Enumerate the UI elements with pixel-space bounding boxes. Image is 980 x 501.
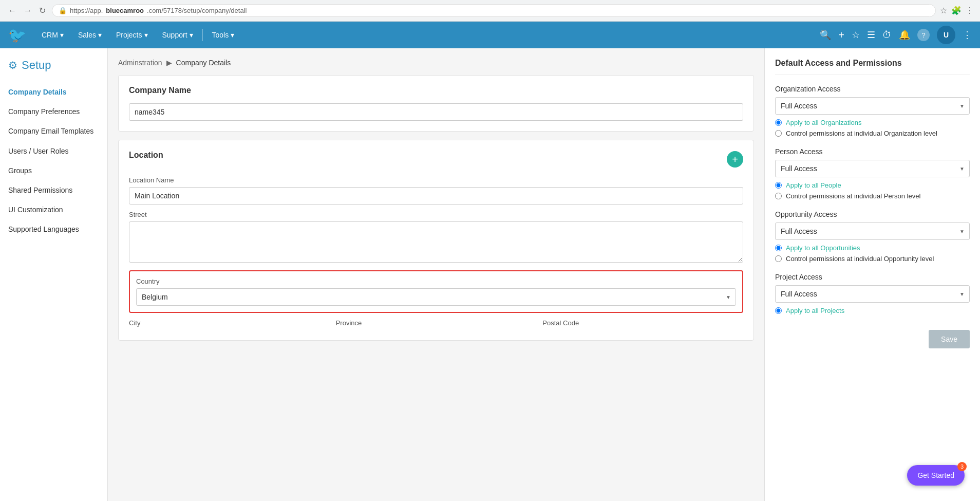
opportunity-radio-individual[interactable]: Control permissions at individual Opport… [775, 255, 970, 263]
sidebar: ⚙ Setup Company Details Company Preferen… [0, 48, 108, 501]
street-input[interactable] [129, 221, 743, 263]
organization-access-select[interactable]: Full Access Read Only No Access [775, 97, 970, 115]
bookmark-icon[interactable]: ☆ [940, 6, 947, 15]
location-name-input[interactable] [129, 187, 743, 205]
get-started-badge: 3 [957, 462, 967, 471]
person-radio-all[interactable]: Apply to all People [775, 181, 970, 189]
address-bar[interactable]: 🔒 https://app.bluecamroo.com/57178/setup… [52, 4, 936, 17]
org-radio-individual-input[interactable] [775, 130, 782, 137]
tools-chevron: ▾ [231, 31, 234, 39]
back-button[interactable]: ← [6, 5, 18, 16]
person-access-section: Person Access Full Access Read Only No A… [775, 147, 970, 200]
save-button[interactable]: Save [929, 330, 970, 348]
sidebar-item-groups[interactable]: Groups [0, 161, 107, 180]
search-icon[interactable]: 🔍 [820, 29, 831, 41]
opportunity-access-section: Opportunity Access Full Access Read Only… [775, 210, 970, 263]
sales-chevron: ▾ [98, 31, 102, 39]
nav-actions: 🔍 + ☆ ☰ ⏱ 🔔 ? U ⋮ [820, 26, 972, 44]
sidebar-item-company-details[interactable]: Company Details [0, 82, 107, 102]
nav-more-icon[interactable]: ⋮ [963, 29, 972, 41]
project-radio-all-label: Apply to all Projects [786, 307, 844, 314]
nav-item-projects[interactable]: Projects ▾ [109, 22, 155, 48]
country-select-wrapper: Belgium France Germany United Kingdom Un… [136, 288, 736, 306]
help-icon[interactable]: ? [917, 29, 930, 41]
person-radio-individual-input[interactable] [775, 193, 782, 199]
sidebar-item-company-preferences[interactable]: Company Preferences [0, 102, 107, 121]
organization-radio-group: Apply to all Organizations Control permi… [775, 119, 970, 137]
project-radio-all-input[interactable] [775, 307, 782, 314]
avatar[interactable]: U [937, 26, 955, 44]
bell-icon[interactable]: 🔔 [899, 29, 910, 41]
person-access-select[interactable]: Full Access Read Only No Access [775, 160, 970, 177]
browser-bar: ← → ↻ 🔒 https://app.bluecamroo.com/57178… [0, 0, 980, 22]
city-province-postal-row: City Province Postal Code [129, 319, 743, 330]
setup-title: ⚙ Setup [0, 59, 107, 82]
timer-icon[interactable]: ⏱ [882, 30, 892, 41]
star-icon[interactable]: ☆ [852, 29, 860, 41]
nav-item-sales[interactable]: Sales ▾ [71, 22, 109, 48]
org-radio-individual[interactable]: Control permissions at individual Organi… [775, 129, 970, 137]
crm-label: CRM [42, 31, 58, 39]
url-prefix: https://app. [70, 7, 103, 14]
company-name-input[interactable] [129, 103, 743, 121]
project-access-label: Project Access [775, 273, 970, 281]
person-radio-all-label: Apply to all People [786, 181, 841, 189]
list-icon[interactable]: ☰ [867, 29, 875, 41]
country-select[interactable]: Belgium France Germany United Kingdom Un… [136, 288, 736, 306]
sidebar-item-company-email-templates[interactable]: Company Email Templates [0, 121, 107, 141]
get-started-button[interactable]: Get Started 3 [907, 465, 965, 486]
projects-chevron: ▾ [144, 31, 148, 39]
add-location-button[interactable]: + [727, 151, 743, 168]
project-radio-all[interactable]: Apply to all Projects [775, 307, 970, 314]
country-label: Country [136, 277, 736, 285]
opportunity-access-select[interactable]: Full Access Read Only No Access [775, 222, 970, 240]
organization-access-label: Organization Access [775, 85, 970, 93]
opportunity-radio-all-input[interactable] [775, 245, 782, 251]
refresh-button[interactable]: ↻ [37, 5, 48, 16]
crm-chevron: ▾ [60, 31, 64, 39]
breadcrumb-separator: ▶ [166, 59, 172, 67]
org-radio-all-input[interactable] [775, 119, 782, 126]
opportunity-radio-all[interactable]: Apply to all Opportunities [775, 244, 970, 252]
person-radio-individual[interactable]: Control permissions at individual Person… [775, 192, 970, 200]
nav-logo[interactable]: 🐦 [8, 27, 26, 44]
company-name-card: Company Name [118, 75, 754, 132]
person-radio-group: Apply to all People Control permissions … [775, 181, 970, 200]
org-radio-individual-label: Control permissions at individual Organi… [786, 129, 937, 137]
org-radio-all[interactable]: Apply to all Organizations [775, 119, 970, 126]
opportunity-radio-individual-input[interactable] [775, 255, 782, 262]
location-name-field: Location Name [129, 176, 743, 205]
sidebar-item-shared-permissions[interactable]: Shared Permissions [0, 180, 107, 200]
sales-label: Sales [78, 31, 96, 39]
person-access-label: Person Access [775, 147, 970, 156]
url-bold: bluecamroo [106, 7, 144, 14]
street-field: Street [129, 211, 743, 264]
project-access-select-wrapper: Full Access Read Only No Access [775, 285, 970, 303]
extensions-icon[interactable]: 🧩 [951, 6, 962, 15]
location-name-label: Location Name [129, 176, 743, 184]
company-name-title: Company Name [129, 86, 743, 95]
nav-item-tools[interactable]: Tools ▾ [205, 22, 242, 48]
sidebar-item-ui-customization[interactable]: UI Customization [0, 200, 107, 219]
sidebar-item-supported-languages[interactable]: Supported Languages [0, 219, 107, 239]
project-access-section: Project Access Full Access Read Only No … [775, 273, 970, 314]
panel-title: Default Access and Permissions [775, 59, 970, 75]
nav-item-support[interactable]: Support ▾ [155, 22, 200, 48]
person-radio-all-input[interactable] [775, 182, 782, 189]
get-started-label: Get Started [917, 471, 954, 479]
setup-gear-icon: ⚙ [8, 59, 17, 71]
org-radio-all-label: Apply to all Organizations [786, 119, 861, 126]
province-label: Province [336, 319, 537, 327]
breadcrumb-admin[interactable]: Adminstration [118, 59, 162, 67]
forward-button[interactable]: → [22, 5, 34, 16]
lock-icon: 🔒 [59, 7, 67, 14]
project-access-select[interactable]: Full Access Read Only No Access [775, 285, 970, 303]
location-header: Location + [129, 151, 743, 168]
opportunity-access-select-wrapper: Full Access Read Only No Access [775, 222, 970, 240]
organization-access-section: Organization Access Full Access Read Onl… [775, 85, 970, 137]
nav-item-crm[interactable]: CRM ▾ [34, 22, 71, 48]
sidebar-item-users-user-roles[interactable]: Users / User Roles [0, 141, 107, 161]
browser-menu-icon[interactable]: ⋮ [966, 6, 974, 15]
add-icon[interactable]: + [838, 29, 844, 41]
project-radio-group: Apply to all Projects [775, 307, 970, 314]
